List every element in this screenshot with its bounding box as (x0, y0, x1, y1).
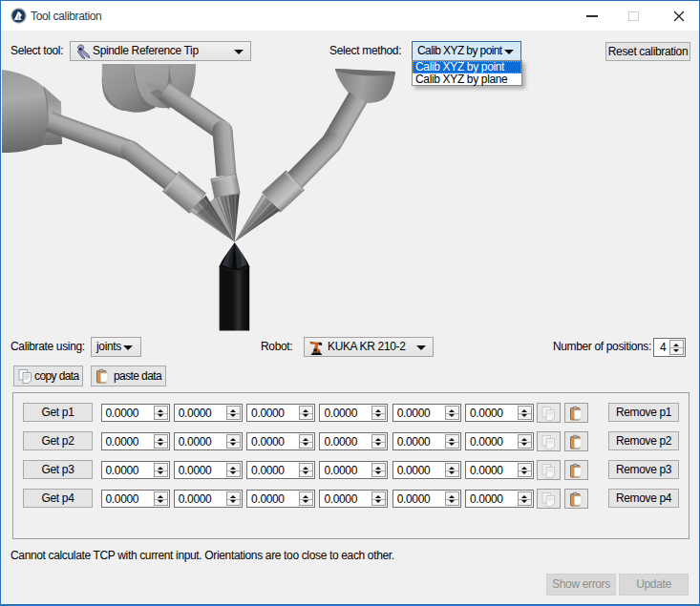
coordinate-spinbox[interactable]: 0.0000 (465, 490, 534, 508)
get-point-button[interactable]: Get p2 (23, 431, 93, 450)
paste-icon (95, 368, 111, 385)
spinner-divider (372, 442, 385, 443)
coordinate-spinbox[interactable]: 0.0000 (319, 432, 388, 450)
coordinate-spinbox[interactable]: 0.0000 (319, 404, 388, 422)
copy-data-button[interactable]: copy data (13, 366, 83, 387)
coordinate-value: 0.0000 (397, 406, 431, 421)
coordinate-value: 0.0000 (324, 406, 357, 421)
coordinate-spinbox[interactable]: 0.0000 (174, 461, 243, 479)
coordinate-spinbox[interactable]: 0.0000 (101, 432, 170, 450)
calibration-point-row: Get p4 Remove p4 0.00000.00000.00000.000… (13, 489, 690, 509)
copy-icon (541, 434, 557, 450)
coordinate-spinbox[interactable]: 0.0000 (392, 404, 461, 422)
spinner-divider (227, 499, 240, 500)
robodk-logo-icon (11, 8, 27, 24)
select-method-combobox[interactable]: Calib XYZ by point (412, 41, 521, 61)
spinner-divider (519, 470, 531, 471)
left-calibration-tool (2, 70, 62, 153)
status-message: Cannot calculate TCP with current input.… (11, 549, 394, 562)
spinner-divider (446, 413, 458, 414)
spinner-divider (372, 499, 385, 500)
coordinate-spinbox[interactable]: 0.0000 (101, 490, 170, 508)
select-tool-combobox[interactable]: Spindle Reference Tip (70, 41, 251, 61)
coordinate-spinbox[interactable]: 0.0000 (465, 432, 534, 450)
coordinate-spinbox[interactable]: 0.0000 (101, 461, 170, 479)
window-title: Tool calibration (31, 10, 101, 23)
robot-tool-3d-viewport[interactable] (2, 61, 700, 331)
coordinate-spinbox[interactable]: 0.0000 (246, 490, 315, 508)
coordinate-value: 0.0000 (106, 406, 139, 421)
method-option[interactable]: Calib XYZ by plane (413, 73, 521, 86)
paste-row-button[interactable] (564, 489, 588, 509)
coordinate-value: 0.0000 (251, 406, 285, 421)
method-option[interactable]: Calib XYZ by point (413, 61, 521, 73)
maximize-icon (628, 11, 639, 21)
coordinate-spinbox[interactable]: 0.0000 (246, 404, 315, 422)
coordinate-spinbox[interactable]: 0.0000 (319, 490, 388, 508)
chevron-down-icon (504, 50, 514, 54)
middle-calibration-tool-arm (159, 82, 240, 241)
coordinate-spinbox[interactable]: 0.0000 (101, 404, 170, 422)
paste-data-button[interactable]: paste data (91, 366, 166, 387)
calibration-point-row: Get p3 Remove p3 0.00000.00000.00000.000… (13, 460, 690, 480)
coordinate-spinbox[interactable]: 0.0000 (174, 432, 243, 450)
remove-point-button[interactable]: Remove p4 (608, 489, 679, 508)
copy-row-button[interactable] (537, 431, 561, 451)
spindle-tool-icon (75, 44, 91, 59)
paste-data-label: paste data (114, 369, 161, 383)
coordinate-value: 0.0000 (179, 434, 212, 449)
method-dropdown-list: Calib XYZ by pointCalib XYZ by plane (412, 60, 522, 86)
copy-row-button[interactable] (537, 403, 561, 423)
get-point-button[interactable]: Get p1 (23, 403, 93, 422)
coordinate-spinbox[interactable]: 0.0000 (392, 461, 461, 479)
spinner-divider (300, 499, 312, 500)
remove-point-button[interactable]: Remove p2 (608, 431, 679, 450)
calibrate-using-combobox[interactable]: joints (91, 337, 141, 357)
spinner-divider (519, 413, 531, 414)
coordinate-value: 0.0000 (179, 491, 212, 507)
copy-icon (17, 368, 33, 385)
tool-calibration-dialog: Tool calibration Select tool: Spindle Re… (0, 0, 700, 606)
robot-combobox[interactable]: KUKA KR 210-2 (304, 337, 434, 357)
paste-row-button[interactable] (564, 460, 588, 480)
coordinate-spinbox[interactable]: 0.0000 (246, 432, 315, 450)
get-point-button[interactable]: Get p3 (23, 460, 93, 479)
coordinate-spinbox[interactable]: 0.0000 (174, 404, 243, 422)
reset-calibration-button[interactable]: Reset calibration (605, 42, 690, 61)
calibration-point-row: Get p2 Remove p2 0.00000.00000.00000.000… (13, 431, 690, 451)
coordinate-value: 0.0000 (470, 463, 503, 478)
show-errors-button[interactable]: Show errors (546, 574, 616, 596)
spinner-divider (446, 442, 458, 443)
coordinate-value: 0.0000 (397, 463, 431, 478)
spinner-divider (155, 442, 167, 443)
coordinate-spinbox[interactable]: 0.0000 (174, 490, 243, 508)
get-point-button[interactable]: Get p4 (23, 489, 93, 508)
coordinate-value: 0.0000 (397, 491, 431, 507)
copy-row-button[interactable] (537, 460, 561, 480)
update-button[interactable]: Update (619, 574, 689, 596)
black-spindle-tip (220, 242, 250, 330)
remove-point-button[interactable]: Remove p1 (608, 403, 679, 422)
select-tool-label: Select tool: (11, 41, 63, 61)
coordinate-spinbox[interactable]: 0.0000 (465, 404, 534, 422)
spinner-divider (446, 470, 458, 471)
coordinate-spinbox[interactable]: 0.0000 (319, 461, 388, 479)
calibrate-using-value: joints (96, 338, 121, 356)
coordinate-spinbox[interactable]: 0.0000 (392, 432, 461, 450)
select-method-label: Select method: (329, 41, 401, 61)
copy-icon (541, 491, 557, 508)
paste-row-button[interactable] (564, 403, 588, 423)
paste-row-button[interactable] (564, 431, 588, 451)
copy-row-button[interactable] (537, 489, 561, 509)
coordinate-spinbox[interactable]: 0.0000 (465, 461, 534, 479)
select-method-value: Calib XYZ by point (417, 42, 502, 60)
remove-point-button[interactable]: Remove p3 (608, 460, 679, 479)
close-icon (673, 10, 685, 22)
number-of-positions-spinbox[interactable]: 4 (653, 338, 686, 357)
coordinate-spinbox[interactable]: 0.0000 (392, 490, 461, 508)
minimize-icon (586, 15, 598, 17)
calibration-point-row: Get p1 Remove p1 0.00000.00000.00000.000… (13, 403, 690, 423)
coordinate-spinbox[interactable]: 0.0000 (246, 461, 315, 479)
spinner-divider (227, 442, 240, 443)
paste-icon (568, 463, 584, 479)
